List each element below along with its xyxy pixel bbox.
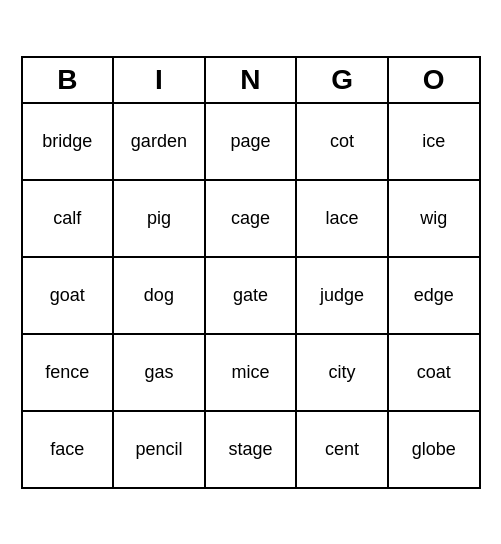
bingo-cell: gate [206, 258, 298, 333]
bingo-header: BINGO [23, 58, 479, 104]
bingo-cell: cent [297, 412, 389, 487]
bingo-row: facepencilstagecentglobe [23, 412, 479, 487]
bingo-cell: coat [389, 335, 479, 410]
bingo-cell: calf [23, 181, 115, 256]
bingo-cell: gas [114, 335, 206, 410]
bingo-cell: bridge [23, 104, 115, 179]
bingo-cell: face [23, 412, 115, 487]
bingo-cell: garden [114, 104, 206, 179]
bingo-cell: cot [297, 104, 389, 179]
header-letter: I [114, 58, 206, 102]
bingo-cell: pig [114, 181, 206, 256]
bingo-cell: globe [389, 412, 479, 487]
header-letter: O [389, 58, 479, 102]
bingo-cell: page [206, 104, 298, 179]
header-letter: G [297, 58, 389, 102]
bingo-cell: stage [206, 412, 298, 487]
bingo-cell: judge [297, 258, 389, 333]
bingo-cell: city [297, 335, 389, 410]
bingo-cell: ice [389, 104, 479, 179]
bingo-row: calfpigcagelacewig [23, 181, 479, 258]
bingo-cell: lace [297, 181, 389, 256]
bingo-row: bridgegardenpagecotice [23, 104, 479, 181]
header-letter: N [206, 58, 298, 102]
bingo-card: BINGO bridgegardenpagecoticecalfpigcagel… [21, 56, 481, 489]
bingo-cell: mice [206, 335, 298, 410]
bingo-cell: goat [23, 258, 115, 333]
bingo-cell: fence [23, 335, 115, 410]
bingo-row: goatdoggatejudgeedge [23, 258, 479, 335]
header-letter: B [23, 58, 115, 102]
bingo-cell: dog [114, 258, 206, 333]
bingo-cell: cage [206, 181, 298, 256]
bingo-row: fencegasmicecitycoat [23, 335, 479, 412]
bingo-cell: edge [389, 258, 479, 333]
bingo-cell: pencil [114, 412, 206, 487]
bingo-cell: wig [389, 181, 479, 256]
bingo-body: bridgegardenpagecoticecalfpigcagelacewig… [23, 104, 479, 487]
